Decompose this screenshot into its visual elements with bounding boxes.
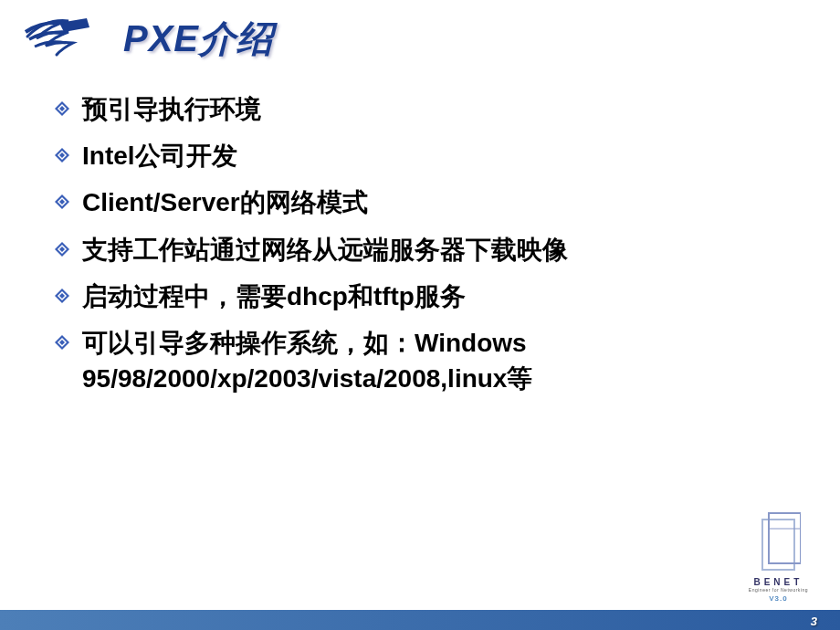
bullet-text: 启动过程中，需要dhcp和tftp服务 [82, 278, 466, 314]
footer-brand-name: BENET [753, 577, 803, 587]
bullet-item: 预引导执行环境 [55, 91, 785, 127]
diamond-bullet-icon [55, 194, 69, 209]
bullet-text: Intel公司开发 [82, 138, 237, 173]
diamond-bullet-icon [55, 242, 69, 257]
diamond-bullet-icon [55, 335, 69, 350]
svg-rect-18 [762, 520, 794, 570]
footer-version: V3.0 [769, 594, 787, 603]
diamond-bullet-icon [55, 289, 69, 303]
company-logo [18, 14, 100, 64]
benet-graphic-icon [755, 510, 801, 574]
bottom-bar [0, 610, 840, 630]
slide-content: 预引导执行环境 Intel公司开发 Client/Server的网络模式 支持工… [0, 82, 840, 396]
diamond-bullet-icon [55, 148, 69, 163]
bullet-text: Client/Server的网络模式 [82, 184, 368, 220]
bullet-text: 支持工作站通过网络从远端服务器下载映像 [82, 232, 568, 268]
svg-rect-19 [769, 513, 801, 563]
bullet-item: 可以引导多种操作系统，如：Windows 95/98/2000/xp/2003/… [55, 325, 785, 396]
footer-brand-subtitle: Engineer for Networking [749, 587, 808, 593]
bullet-text: 预引导执行环境 [82, 91, 261, 127]
bullet-item: 启动过程中，需要dhcp和tftp服务 [55, 278, 785, 314]
diamond-bullet-icon [55, 101, 69, 116]
bullet-item: Intel公司开发 [55, 138, 785, 173]
slide-title: PXE介绍 [123, 14, 274, 64]
slide-header: PXE介绍 [0, 0, 840, 82]
page-number: 3 [811, 614, 817, 628]
bullet-item: 支持工作站通过网络从远端服务器下载映像 [55, 232, 785, 268]
bullet-text: 可以引导多种操作系统，如：Windows 95/98/2000/xp/2003/… [82, 325, 785, 396]
footer-brand-logo: BENET Engineer for Networking V3.0 [749, 510, 808, 603]
bullet-item: Client/Server的网络模式 [55, 184, 785, 220]
